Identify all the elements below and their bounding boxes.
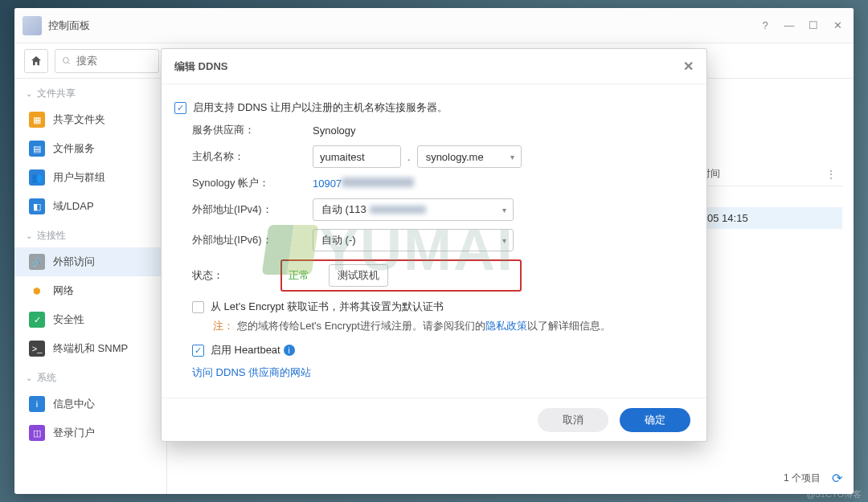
chevron-down-icon: ▾ bbox=[502, 236, 506, 245]
svg-point-0 bbox=[63, 57, 68, 63]
status-label: 状态： bbox=[192, 268, 280, 283]
search-icon bbox=[62, 55, 72, 67]
sidebar-item-network[interactable]: ⬢网络 bbox=[14, 276, 166, 305]
sidebar: ⌄文件共享 ▦共享文件夹 ▤文件服务 👥用户与群组 ◧域/LDAP ⌄连接性 🔗… bbox=[14, 79, 167, 494]
chevron-down-icon: ⌄ bbox=[26, 373, 32, 382]
test-connection-button[interactable]: 测试联机 bbox=[329, 264, 388, 287]
folder-icon: ▦ bbox=[29, 112, 45, 128]
terminal-icon: >_ bbox=[29, 341, 45, 357]
check-icon: ✓ bbox=[174, 102, 186, 114]
corner-watermark: @51CTO博客 bbox=[807, 488, 862, 500]
letsencrypt-note: 注：您的域将传给Let's Encrypt进行域注册。请参阅我们的隐私政策以了解… bbox=[213, 319, 690, 333]
help-icon[interactable]: ? bbox=[757, 18, 773, 34]
check-icon: ✓ bbox=[192, 301, 204, 313]
sidebar-group[interactable]: ⌄文件共享 bbox=[14, 79, 166, 105]
dialog-title: 编辑 DDNS ✕ bbox=[162, 49, 706, 84]
heartbeat-checkbox[interactable]: ✓ 启用 Heartbeat i bbox=[192, 343, 690, 357]
external-access-icon: 🔗 bbox=[29, 254, 45, 270]
minimize-icon[interactable]: — bbox=[781, 18, 797, 34]
hostname-suffix-select[interactable]: synology.me▾ bbox=[417, 145, 522, 168]
edit-ddns-dialog: 编辑 DDNS ✕ ✓ 启用支持 DDNS 让用户以注册的主机名称连接服务器。 … bbox=[161, 48, 707, 442]
window-title: 控制面板 bbox=[48, 18, 90, 33]
status-box: 正常 测试联机 bbox=[280, 259, 522, 292]
login-portal-icon: ◫ bbox=[29, 425, 45, 441]
network-icon: ⬢ bbox=[29, 283, 45, 299]
info-icon[interactable]: i bbox=[284, 345, 295, 356]
sidebar-item-login-portal[interactable]: ◫登录门户 bbox=[14, 418, 166, 447]
privacy-policy-link[interactable]: 隐私政策 bbox=[485, 320, 527, 332]
app-icon bbox=[23, 16, 42, 35]
sidebar-item-security[interactable]: ✓安全性 bbox=[14, 305, 166, 334]
letsencrypt-checkbox[interactable]: ✓ 从 Let's Encrypt 获取证书，并将其设置为默认证书 bbox=[192, 300, 690, 314]
sidebar-item-external-access[interactable]: 🔗外部访问 bbox=[14, 247, 166, 276]
window-titlebar: 控制面板 ? — ☐ ✕ bbox=[14, 8, 854, 43]
sidebar-item-shared-folders[interactable]: ▦共享文件夹 bbox=[14, 105, 166, 134]
hostname-input[interactable]: yumaitest bbox=[313, 145, 401, 168]
chevron-down-icon: ▾ bbox=[502, 206, 506, 214]
provider-website-link[interactable]: 访问 DDNS 供应商的网站 bbox=[192, 365, 311, 380]
domain-icon: ◧ bbox=[29, 198, 45, 214]
dialog-close-icon[interactable]: ✕ bbox=[683, 59, 694, 74]
ok-button[interactable]: 确定 bbox=[620, 408, 690, 432]
chevron-down-icon: ⌄ bbox=[26, 231, 32, 240]
sidebar-item-users-groups[interactable]: 👥用户与群组 bbox=[14, 163, 166, 192]
file-service-icon: ▤ bbox=[29, 141, 45, 157]
svg-line-1 bbox=[68, 62, 69, 63]
hostname-label: 主机名称： bbox=[192, 149, 313, 164]
chevron-down-icon: ▾ bbox=[510, 153, 514, 161]
search-field[interactable] bbox=[76, 55, 152, 67]
item-count: 1 个项目 bbox=[784, 471, 821, 485]
account-link[interactable]: 10907xxxxxxxx bbox=[313, 178, 414, 190]
status-value: 正常 bbox=[289, 268, 309, 283]
sidebar-item-domain-ldap[interactable]: ◧域/LDAP bbox=[14, 192, 166, 221]
ipv6-label: 外部地址(IPv6)： bbox=[192, 233, 313, 247]
provider-label: 服务供应商： bbox=[192, 123, 313, 137]
users-icon: 👥 bbox=[29, 169, 45, 186]
maximize-icon[interactable]: ☐ bbox=[805, 18, 821, 34]
account-label: Synology 帐户： bbox=[192, 176, 313, 190]
info-center-icon: i bbox=[29, 396, 45, 412]
cancel-button[interactable]: 取消 bbox=[538, 408, 608, 432]
sidebar-item-info-center[interactable]: i信息中心 bbox=[14, 390, 166, 418]
ipv4-label: 外部地址(IPv4)： bbox=[192, 202, 313, 217]
search-input[interactable] bbox=[55, 49, 159, 73]
sidebar-item-file-services[interactable]: ▤文件服务 bbox=[14, 134, 166, 163]
enable-ddns-checkbox[interactable]: ✓ 启用支持 DDNS 让用户以注册的主机名称连接服务器。 bbox=[174, 100, 690, 115]
more-icon[interactable]: ⋮ bbox=[823, 169, 839, 180]
check-icon: ✓ bbox=[192, 345, 204, 357]
ipv4-select[interactable]: 自动 (113x▾ bbox=[313, 198, 514, 221]
provider-value: Synology bbox=[313, 124, 355, 137]
close-icon[interactable]: ✕ bbox=[829, 18, 845, 34]
sidebar-group[interactable]: ⌄系统 bbox=[14, 363, 166, 390]
ipv6-select[interactable]: 自动 (-)▾ bbox=[313, 229, 514, 251]
sidebar-group[interactable]: ⌄连接性 bbox=[14, 221, 166, 247]
status-bar: 1 个项目 ⟳ bbox=[784, 471, 842, 486]
refresh-icon[interactable]: ⟳ bbox=[832, 471, 842, 486]
shield-icon: ✓ bbox=[29, 312, 45, 328]
home-button[interactable] bbox=[24, 49, 48, 73]
chevron-down-icon: ⌄ bbox=[26, 89, 32, 98]
sidebar-item-terminal-snmp[interactable]: >_终端机和 SNMP bbox=[14, 334, 166, 363]
